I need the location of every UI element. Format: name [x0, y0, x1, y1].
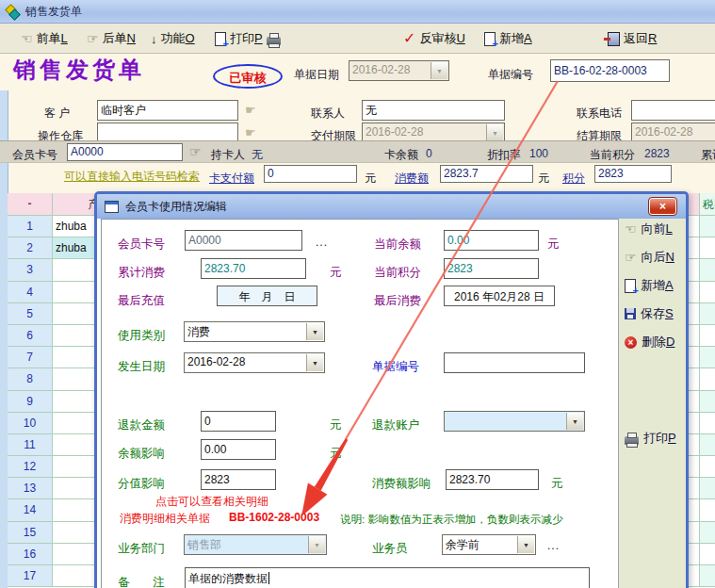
- chevron-down-icon[interactable]: [306, 323, 323, 340]
- button-label: 新增A: [499, 30, 532, 47]
- grid-cell[interactable]: 15: [8, 522, 53, 544]
- toolbar-unaudit-button[interactable]: ✓反审核U: [403, 28, 465, 49]
- button-label: 前单L: [37, 30, 68, 47]
- grid-cell[interactable]: 12: [8, 456, 53, 478]
- dlg-refund-account-combo[interactable]: [444, 411, 585, 432]
- toolbar-print-button[interactable]: 打印P: [215, 28, 281, 49]
- dialog-backward-button[interactable]: ☞向后N: [625, 249, 674, 266]
- dlg-balance-effect-input[interactable]: 0.00: [201, 439, 276, 460]
- dialog-add-button[interactable]: 新增A: [625, 277, 674, 294]
- grid-cell[interactable]: 7: [8, 347, 53, 368]
- grid-cell[interactable]: [700, 434, 715, 456]
- grid-cell[interactable]: 税额: [700, 193, 715, 216]
- doc-date-combo[interactable]: 2016-02-28: [349, 60, 449, 81]
- ellipsis-button[interactable]: ...: [316, 236, 328, 249]
- consume-label[interactable]: 消费额: [395, 171, 429, 187]
- chevron-down-icon[interactable]: [431, 62, 447, 79]
- note-related-doc-label[interactable]: 消费明细相关单据: [120, 511, 210, 527]
- dlg-points-input[interactable]: 2823: [444, 258, 539, 279]
- member-card-input[interactable]: A0000: [67, 143, 183, 161]
- grid-cell[interactable]: 6: [8, 325, 53, 347]
- grid-cell[interactable]: [700, 522, 715, 544]
- grid-cell[interactable]: [700, 368, 715, 390]
- grid-cell[interactable]: 11: [8, 434, 53, 456]
- contact-input[interactable]: 无: [362, 100, 505, 121]
- grid-cell[interactable]: 2: [8, 237, 53, 259]
- dlg-balance-input[interactable]: 0.00: [444, 230, 539, 251]
- toolbar-functions-button[interactable]: ↓功能O: [151, 28, 195, 49]
- dialog-forward-button[interactable]: ☜向前L: [625, 220, 673, 237]
- chevron-down-icon[interactable]: [566, 413, 583, 430]
- grid-cell[interactable]: [700, 347, 715, 368]
- dlg-refund-input[interactable]: 0: [201, 411, 276, 432]
- consume-input[interactable]: 2823.7: [440, 165, 533, 183]
- doc-no-label: 单据编号: [488, 67, 533, 83]
- toolbar-next-button[interactable]: ☞后单N: [87, 28, 136, 49]
- grid-cell[interactable]: 1: [8, 216, 53, 237]
- card-pay-label[interactable]: 卡支付额: [209, 171, 254, 187]
- dialog-delete-button[interactable]: 删除D: [625, 334, 674, 351]
- hand-left-icon: ☜: [21, 32, 33, 45]
- note-click-detail[interactable]: 点击可以查看相关明细: [155, 494, 268, 510]
- note-related-doc-no[interactable]: BB-1602-28-0003: [229, 511, 319, 524]
- toolbar-add-button[interactable]: 新增A: [484, 28, 532, 49]
- dialog-save-button[interactable]: 保存S: [625, 305, 674, 322]
- points-label[interactable]: 积分: [562, 171, 585, 187]
- grid-cell[interactable]: [700, 259, 715, 281]
- dlg-last-consume-box[interactable]: 2016 年02月28 日: [444, 286, 555, 306]
- grid-cell[interactable]: 8: [8, 368, 53, 390]
- dlg-use-type-combo[interactable]: 消费: [184, 321, 325, 342]
- grid-cell[interactable]: 16: [8, 544, 53, 565]
- current-points-label: 当前积分: [590, 147, 635, 163]
- dlg-card-no-input[interactable]: A0000: [185, 230, 302, 251]
- grid-cell[interactable]: 14: [8, 499, 53, 521]
- chevron-down-icon[interactable]: [308, 536, 325, 553]
- grid-cell[interactable]: [700, 325, 715, 347]
- chevron-down-icon[interactable]: [486, 124, 503, 141]
- grid-cell[interactable]: 13: [8, 478, 53, 499]
- points-input[interactable]: 2823: [594, 165, 672, 183]
- ellipsis-button[interactable]: ...: [547, 539, 560, 552]
- grid-cell[interactable]: [700, 216, 715, 237]
- dlg-occur-date-combo[interactable]: 2016-02-28: [184, 352, 325, 373]
- dlg-remark-input[interactable]: 单据的消费数据: [185, 567, 590, 588]
- close-icon[interactable]: ×: [649, 198, 676, 215]
- grid-cell[interactable]: [700, 413, 715, 434]
- grid-cell[interactable]: 4: [8, 282, 53, 303]
- dlg-points-effect-input[interactable]: 2823: [201, 469, 276, 490]
- grid-cell[interactable]: [700, 282, 715, 303]
- dlg-dept-combo[interactable]: 销售部: [184, 534, 327, 555]
- grid-cell[interactable]: 9: [8, 391, 53, 413]
- toolbar-prev-button[interactable]: ☜前单L: [21, 28, 68, 49]
- dlg-total-consume-input[interactable]: 2823.70: [201, 258, 306, 279]
- dlg-last-recharge-box[interactable]: 年 月 日: [217, 286, 317, 306]
- dialog-print-button[interactable]: 打印P: [625, 430, 676, 447]
- chevron-down-icon[interactable]: [517, 536, 534, 553]
- grid-cell[interactable]: [700, 237, 715, 259]
- customer-input[interactable]: 临时客户: [97, 100, 238, 121]
- card-pay-unit: 元: [365, 171, 376, 187]
- grid-cell[interactable]: 10: [8, 413, 53, 434]
- chevron-down-icon[interactable]: [306, 354, 323, 371]
- grid-cell[interactable]: 17: [8, 565, 53, 587]
- phone-search-hint-link[interactable]: 可以直接输入电话号码检索: [64, 169, 200, 185]
- dlg-consume-effect-input[interactable]: 2823.70: [446, 469, 539, 490]
- dlg-consume-effect-unit: 元: [551, 476, 563, 492]
- grid-cell[interactable]: -: [8, 193, 53, 216]
- phone-input[interactable]: [631, 100, 715, 121]
- grid-cell[interactable]: 5: [8, 303, 53, 325]
- grid-cell[interactable]: [700, 565, 715, 587]
- grid-cell[interactable]: 3: [8, 259, 53, 281]
- grid-cell[interactable]: [700, 544, 715, 565]
- dlg-doc-no-label: 单据编号: [372, 359, 419, 375]
- grid-cell[interactable]: [700, 478, 715, 499]
- doc-no-input[interactable]: BB-16-02-28-0003: [550, 59, 670, 82]
- grid-cell[interactable]: [700, 303, 715, 325]
- grid-cell[interactable]: [700, 456, 715, 478]
- grid-cell[interactable]: [700, 499, 715, 521]
- toolbar-back-button[interactable]: 返回R: [608, 28, 657, 49]
- dlg-salesman-combo[interactable]: 余学前: [442, 534, 536, 555]
- grid-cell[interactable]: [700, 391, 715, 413]
- dlg-doc-no-input[interactable]: [444, 352, 585, 373]
- card-pay-input[interactable]: 0: [264, 165, 357, 183]
